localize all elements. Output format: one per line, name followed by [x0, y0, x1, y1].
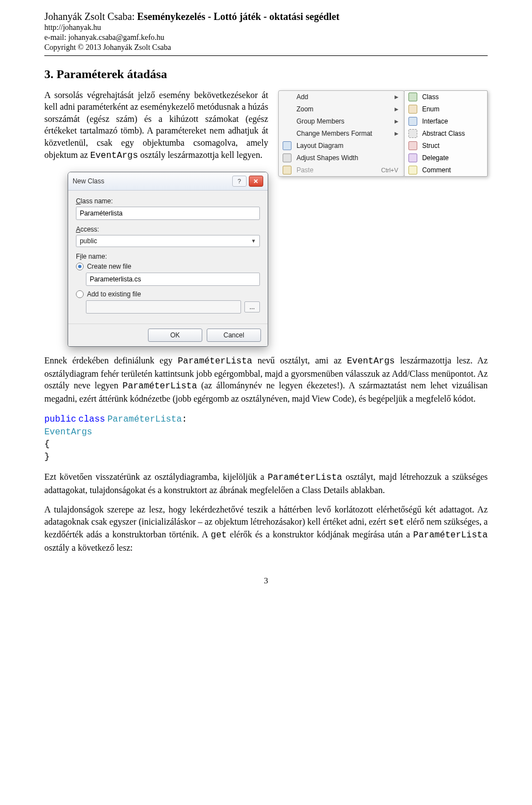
paste-icon	[282, 166, 292, 175]
doc-title: Eseménykezelés - Lottó játék - oktatási …	[137, 11, 339, 22]
existing-file-input	[86, 300, 241, 314]
submenu-item-comment[interactable]: Comment	[405, 164, 487, 176]
abstract-class-icon	[408, 129, 418, 138]
doc-email: e-mail: johanyak.csaba@gamf.kefo.hu	[44, 33, 488, 43]
submenu-label: Enum	[422, 105, 482, 113]
paragraph-3: Ezt követően visszatérünk az osztálydiag…	[44, 471, 488, 496]
new-class-dialog: New Class ? ✕ CClass name:lass name: Acc…	[68, 172, 268, 347]
menu-label: Zoom	[296, 105, 389, 113]
new-class-dialog-figure: New Class ? ✕ CClass name:lass name: Acc…	[68, 172, 268, 347]
submenu-arrow-icon: ▶	[395, 119, 398, 124]
menu-item-layout-diagram[interactable]: Layout Diagram	[279, 140, 404, 152]
menu-label: Adjust Shapes Width	[296, 154, 398, 162]
class-name-input[interactable]	[76, 207, 260, 220]
submenu-label: Struct	[422, 142, 482, 150]
submenu-arrow-icon: ▶	[395, 131, 398, 136]
kw-class: class	[79, 414, 105, 424]
chevron-down-icon: ▼	[251, 238, 256, 244]
submenu-label: Interface	[422, 117, 482, 125]
delegate-icon	[408, 153, 418, 162]
menu-item-adjust-width[interactable]: Adjust Shapes Width	[279, 152, 404, 164]
submenu-item-class[interactable]: Class	[405, 91, 487, 103]
submenu-item-struct[interactable]: Struct	[405, 140, 487, 152]
code-paramlist-2: ParaméterLista	[122, 381, 197, 391]
blank-icon	[282, 93, 292, 101]
code-get: get	[211, 530, 227, 540]
p4-c: elérők és a konstruktor kódjának megírás…	[227, 530, 413, 539]
blank-icon	[282, 129, 292, 138]
blank-icon	[282, 105, 292, 114]
struct-icon	[408, 141, 418, 150]
menu-item-add[interactable]: Add ▶	[279, 91, 404, 103]
submenu-arrow-icon: ▶	[395, 94, 398, 100]
menu-item-zoom[interactable]: Zoom ▶	[279, 103, 404, 115]
label-file-name: File name:	[76, 253, 260, 260]
cancel-button[interactable]: Cancel	[207, 329, 261, 342]
ok-button[interactable]: OK	[148, 329, 202, 342]
radio-create-new-file[interactable]: Create new file	[76, 263, 260, 270]
section-heading: 3. Paraméterek átadása	[44, 67, 488, 81]
context-menu-figure: Add ▶ Zoom ▶ Group Members ▶ Change Memb…	[278, 90, 488, 177]
p2-a: Ennek érdekében definiálunk egy	[44, 356, 178, 365]
header-rule	[44, 55, 488, 56]
code-base-name: EventArgs	[44, 427, 92, 437]
label-class-name: CClass name:lass name:	[76, 197, 260, 205]
menu-label: Add	[296, 93, 389, 101]
p3-a: Ezt követően visszatérünk az osztálydiag…	[44, 472, 268, 481]
submenu-item-delegate[interactable]: Delegate	[405, 152, 487, 164]
menu-item-group-members[interactable]: Group Members ▶	[279, 115, 404, 127]
submenu-item-enum[interactable]: Enum	[405, 103, 487, 115]
p2-b: nevű osztályt, ami az	[252, 356, 347, 365]
menu-item-paste: Paste Ctrl+V	[279, 164, 404, 176]
adjust-icon	[282, 153, 292, 162]
page-number: 3	[44, 576, 488, 586]
menu-label: Group Members	[296, 117, 389, 125]
doc-url: http://johanyak.hu	[44, 23, 488, 33]
context-menu: Add ▶ Zoom ▶ Group Members ▶ Change Memb…	[278, 90, 405, 177]
menu-label: Paste	[296, 166, 370, 174]
p4-d: osztály a következő lesz:	[44, 543, 133, 552]
close-button[interactable]: ✕	[249, 176, 263, 187]
comment-icon	[408, 166, 418, 175]
radio-add-label: Add to existing file	[87, 290, 141, 298]
dialog-body: CClass name:lass name: Access: public ▼ …	[68, 191, 268, 324]
code-colon: :	[182, 414, 187, 424]
submenu-label: Class	[422, 93, 482, 101]
access-value: public	[80, 237, 97, 245]
submenu-item-abstract-class[interactable]: Abstract Class	[405, 127, 487, 140]
submenu-label: Delegate	[422, 154, 482, 162]
interface-icon	[408, 117, 418, 126]
kw-public: public	[44, 414, 76, 424]
author-name: Johanyák Zsolt Csaba:	[44, 11, 137, 22]
code-paramlist-3: ParaméterLista	[268, 473, 342, 483]
p1-b: osztály leszármazottja kell legyen.	[138, 150, 262, 160]
blank-icon	[282, 117, 292, 126]
menu-label: Change Members Format	[296, 130, 389, 137]
radio-icon	[76, 290, 84, 298]
menu-item-change-format[interactable]: Change Members Format ▶	[279, 127, 404, 140]
code-class-name: ParaméterLista	[108, 414, 182, 424]
menu-shortcut: Ctrl+V	[381, 167, 398, 173]
create-file-input[interactable]	[86, 273, 260, 286]
layout-icon	[282, 141, 292, 150]
browse-button[interactable]: ...	[244, 301, 260, 312]
radio-create-label: Create new file	[87, 263, 131, 270]
dialog-title: New Class	[73, 177, 230, 185]
code-brace-open: {	[44, 438, 488, 450]
code-brace-close: }	[44, 451, 488, 463]
submenu-item-interface[interactable]: Interface	[405, 115, 487, 127]
submenu-label: Comment	[422, 166, 482, 174]
doc-copyright: Copyright © 2013 Johanyák Zsolt Csaba	[44, 43, 488, 53]
dialog-titlebar: New Class ? ✕	[68, 172, 268, 191]
access-combobox[interactable]: public ▼	[76, 235, 260, 247]
help-button[interactable]: ?	[232, 176, 247, 187]
submenu-arrow-icon: ▶	[395, 106, 398, 112]
submenu-label: Abstract Class	[422, 130, 482, 137]
paragraph-4: A tulajdonságok szerepe az lesz, hogy le…	[44, 504, 488, 553]
dialog-footer: OK Cancel	[68, 324, 268, 346]
code-paramlist-4: ParaméterLista	[413, 530, 488, 540]
context-submenu: Class Enum Interface Abstract Class Stru…	[404, 90, 488, 177]
class-icon	[408, 93, 418, 101]
radio-icon	[76, 263, 84, 270]
radio-add-existing-file[interactable]: Add to existing file	[76, 290, 260, 298]
